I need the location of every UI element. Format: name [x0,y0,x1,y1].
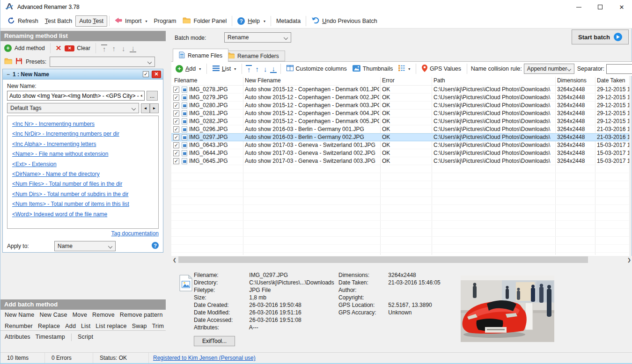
batch-method-link[interactable]: New Name [5,312,34,318]
folder-panel-button[interactable]: Folder Panel [179,15,230,27]
tab-rename-files[interactable]: Rename Files [173,49,228,62]
new-name-input[interactable] [7,91,145,101]
row-checkbox[interactable] [173,95,179,101]
row-checkbox[interactable] [173,158,179,164]
move-method-up-button[interactable]: ↑ [110,45,117,52]
col-header-date-taken[interactable]: Date Taken [597,77,625,84]
table-row[interactable]: IMG_0297.JPG Auto show 2016-03 - Berlin … [171,133,629,141]
batch-method-link[interactable]: Script [78,334,93,341]
scrollbar-thumb[interactable] [178,256,588,263]
col-header-dimensions[interactable]: Dimensions [557,77,587,84]
separator-input[interactable] [606,64,632,74]
clear-methods-button[interactable]: ✕ Clear [65,45,90,51]
batch-method-link[interactable]: Add [65,323,76,329]
move-file-top-button[interactable]: ↑ [246,65,252,73]
tag-link[interactable]: <Num Items> - Total number of items in t… [12,199,154,209]
table-row[interactable]: IMG_0296.JPG Auto show 2016-03 - Berlin … [171,125,629,133]
batch-method-link[interactable]: New Case [39,312,67,318]
method-help-icon[interactable]: ? [152,242,159,249]
table-row[interactable]: IMG_0279.JPG Auto show 2015-12 - Copenha… [171,94,629,102]
table-row[interactable]: IMG_0278.JPG Auto show 2015-12 - Copenha… [171,86,629,94]
method-card-header[interactable]: − 1 : New Name ✓ ✕ [3,69,163,80]
program-button[interactable]: Program [151,16,180,26]
batch-method-link[interactable]: Trim [152,323,164,329]
collision-rule-select[interactable]: Append number [524,64,574,74]
batch-mode-select[interactable]: Rename [224,32,291,43]
tag-link[interactable]: <Num Files> - Total number of files in t… [12,179,154,189]
tag-link[interactable]: <DirName> - Name of the directory [12,169,154,179]
list-menu-button[interactable]: List▾ [211,65,238,73]
table-row[interactable]: IMG_0645.JPG Auto show 2017-03 - Geneva … [171,157,629,165]
col-header-error[interactable]: Error [382,77,395,84]
presets-select[interactable] [50,57,155,67]
row-checkbox[interactable] [173,134,179,140]
undo-previous-batch-button[interactable]: Undo Previous Batch [308,15,380,27]
row-checkbox[interactable] [173,110,179,116]
tag-prev-button[interactable]: ◄ [141,103,150,113]
batch-method-link[interactable]: Attributes [5,334,30,341]
refresh-button[interactable]: Refresh [4,15,42,28]
col-header-new-filename[interactable]: New Filename [245,77,281,84]
batch-method-link[interactable]: Timestamp [36,334,65,341]
tag-link[interactable]: <Inc Alpha> - Incrementing letters [12,139,154,149]
scroll-left-arrow[interactable]: ❮ [171,256,178,263]
row-checkbox[interactable] [173,102,179,109]
col-header-path[interactable]: Path [434,77,445,84]
save-preset-icon[interactable] [15,58,22,66]
move-method-bottom-button[interactable]: ↓ [130,44,136,52]
batch-method-link[interactable]: Renumber [5,323,33,329]
col-header-filename[interactable]: Filename [174,77,197,84]
batch-method-link[interactable]: List replace [96,323,126,329]
open-preset-icon[interactable] [4,58,12,66]
view-options-button[interactable]: ▾ [397,64,412,73]
move-method-top-button[interactable]: ↑ [101,44,108,52]
exiftool-button[interactable]: ExifTool... [194,336,235,346]
table-row[interactable]: IMG_0280.JPG Auto show 2015-12 - Copenha… [171,102,629,109]
tag-link[interactable]: <Inc Nr> - Incrementing numbers [12,119,154,129]
batch-method-link[interactable]: Swap [132,323,147,329]
browse-tags-button[interactable]: ... [147,91,158,101]
table-row[interactable]: IMG_0643.JPG Auto show 2017-03 - Geneva … [171,141,629,149]
batch-method-link[interactable]: Remove [92,312,115,318]
method-enabled-checkbox[interactable]: ✓ [143,71,149,77]
method-close-button[interactable]: ✕ [152,71,161,78]
tag-link[interactable]: <Name> - File name without extension [12,149,154,159]
move-file-down-button[interactable]: ↓ [262,66,269,73]
batch-method-link[interactable]: Move [73,312,87,318]
metadata-button[interactable]: Metadata [273,16,304,26]
tag-next-button[interactable]: ► [150,103,159,113]
add-method-button[interactable]: + Add method [4,44,45,52]
row-checkbox[interactable] [173,118,179,124]
tag-link[interactable]: <Word> Indexed word of the file name [12,210,154,219]
batch-method-link[interactable]: Replace [38,323,60,329]
move-file-bottom-button[interactable]: ↓ [270,65,277,73]
close-button[interactable]: ✕ [611,0,632,14]
batch-method-link[interactable]: List [81,323,90,329]
row-checkbox[interactable] [173,150,179,156]
table-row[interactable]: IMG_0281.JPG Auto show 2015-12 - Copenha… [171,109,629,117]
tag-documentation-link[interactable]: Tag documentation [111,230,159,237]
collapse-icon[interactable]: − [7,71,10,78]
registered-link[interactable]: Registered to Kim Jensen (Personal use) [153,355,256,361]
tag-link[interactable]: <Inc NrDir> - Incrementing numbers per d… [12,129,154,139]
table-row[interactable]: IMG_0282.JPG Auto show 2015-12 - Copenha… [171,117,629,125]
apply-to-select[interactable]: Name [54,241,116,251]
remove-method-button[interactable]: ✕ [56,44,62,52]
start-batch-button[interactable]: Start batch [572,29,629,44]
move-file-up-button[interactable]: ↑ [254,66,260,73]
table-row[interactable]: IMG_0644.JPG Auto show 2017-03 - Geneva … [171,149,629,157]
move-method-down-button[interactable]: ↓ [120,45,127,52]
test-batch-button[interactable]: Test Batch [42,16,75,26]
tag-category-select[interactable]: Default Tags [7,103,139,113]
tag-link[interactable]: <Num Dirs> - Total number of subdirs in … [12,189,154,199]
add-files-button[interactable]: + Add▾ [174,64,203,73]
row-checkbox[interactable] [173,126,179,132]
gps-values-button[interactable]: GPS Values [420,64,463,74]
tab-rename-folders[interactable]: Rename Folders [220,51,285,61]
tag-link[interactable]: <Ext> - Extension [12,160,154,169]
scroll-right-arrow[interactable]: ❯ [626,256,632,263]
auto-test-button[interactable]: Auto Test [75,15,107,27]
thumbnails-button[interactable]: Thumbnails [351,64,395,74]
batch-method-link[interactable]: Remove pattern [120,312,163,318]
import-button[interactable]: Import▾ [111,15,150,27]
